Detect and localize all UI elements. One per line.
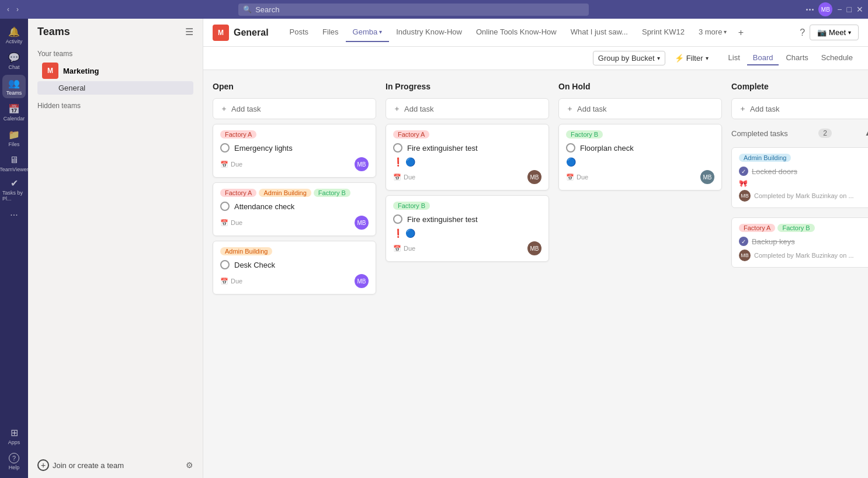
add-tab-button[interactable]: + bbox=[734, 26, 748, 40]
add-task-on-hold-button[interactable]: ＋ Add task bbox=[558, 98, 722, 119]
tab-more[interactable]: 3 more ▾ bbox=[692, 23, 734, 42]
sidebar-item-help[interactable]: ? Help bbox=[2, 450, 26, 473]
task-title: Floorplan check bbox=[580, 144, 634, 153]
tab-industry[interactable]: Industry Know-How bbox=[389, 23, 469, 42]
column-on-hold-header: On Hold bbox=[558, 79, 722, 93]
task-card-attendance-check[interactable]: Factory A Admin Building Factory B Atten… bbox=[213, 182, 376, 236]
back-button[interactable]: ‹ bbox=[5, 4, 12, 15]
meet-button[interactable]: 📷 Meet ▾ bbox=[810, 25, 859, 40]
add-task-label: Add task bbox=[404, 105, 434, 113]
task-tags: Admin Building bbox=[739, 154, 864, 162]
channel-general[interactable]: General bbox=[37, 81, 193, 95]
titlebar-nav: ‹ › bbox=[5, 4, 21, 15]
completed-section-header[interactable]: Completed tasks 2 ▲ bbox=[731, 124, 868, 143]
titlebar-left: ‹ › bbox=[5, 4, 21, 15]
completed-card-backup-keys[interactable]: Factory A Factory B ✓ Backup keys MB Com… bbox=[731, 217, 868, 268]
task-footer: 📅 Due MB bbox=[566, 170, 714, 184]
task-checkbox[interactable] bbox=[220, 260, 230, 269]
tag-factory-a: Factory A bbox=[220, 130, 256, 138]
sidebar-item-calendar[interactable]: 📅 Calendar bbox=[2, 101, 26, 124]
tab-files[interactable]: Files bbox=[315, 23, 345, 42]
sidebar-item-chat[interactable]: 💬 Chat bbox=[2, 49, 26, 72]
task-tags: Admin Building bbox=[220, 247, 369, 255]
due-label: Due bbox=[577, 174, 588, 181]
maximize-button[interactable]: □ bbox=[847, 5, 852, 14]
tasks-icon: ✔ bbox=[11, 178, 18, 189]
task-card-fire-ext-a[interactable]: Factory A Fire extinguisher test ❗ 🔵 📅 D… bbox=[386, 124, 549, 190]
group-by-button[interactable]: Group by Bucket ▾ bbox=[593, 51, 665, 65]
add-task-complete-button[interactable]: ＋ Add task bbox=[731, 98, 868, 119]
sidebar: Teams ☰ Your teams M Marketing ··· Gener… bbox=[28, 19, 203, 478]
task-avatar: MB bbox=[527, 170, 541, 184]
view-tab-charts[interactable]: Charts bbox=[780, 51, 814, 65]
apps-icon: ⊞ bbox=[11, 427, 18, 438]
your-teams-section: Your teams M Marketing ··· General bbox=[28, 45, 203, 97]
channel-name: General bbox=[234, 27, 269, 38]
sidebar-item-activity[interactable]: 🔔 Activity bbox=[2, 23, 26, 47]
task-tags: Factory A bbox=[220, 130, 369, 138]
task-title-row: Emergency lights bbox=[220, 143, 369, 153]
view-tab-list[interactable]: List bbox=[723, 51, 746, 65]
completed-card-locked-doors[interactable]: Admin Building ✓ Locked doors 🎀 MB Compl… bbox=[731, 147, 868, 208]
search-icon: 🔍 bbox=[243, 5, 252, 13]
task-checkbox[interactable] bbox=[393, 214, 402, 224]
tag-factory-a: Factory A bbox=[220, 189, 256, 197]
sidebar-item-tasks[interactable]: ✔ Tasks by Pl... bbox=[2, 178, 26, 201]
tab-online-tools[interactable]: Online Tools Know-How bbox=[469, 23, 564, 42]
sidebar-item-teams[interactable]: 👥 Teams bbox=[2, 75, 26, 98]
sidebar-item-files[interactable]: 📁 Files bbox=[2, 126, 26, 150]
tab-sprint[interactable]: Sprint KW12 bbox=[635, 23, 692, 42]
task-footer: 📅 Due MB bbox=[220, 274, 369, 288]
join-create-team-button[interactable]: + Join or create a team bbox=[37, 459, 124, 471]
task-checkbox[interactable] bbox=[220, 202, 230, 211]
apps-label: Apps bbox=[8, 439, 20, 445]
view-tab-board[interactable]: Board bbox=[747, 51, 779, 65]
app-body: 🔔 Activity 💬 Chat 👥 Teams 📅 Calendar 📁 F… bbox=[0, 19, 868, 478]
more-dropdown-icon: ▾ bbox=[724, 29, 727, 35]
tab-posts[interactable]: Posts bbox=[283, 23, 316, 42]
task-due: 📅 Due bbox=[393, 245, 415, 252]
team-marketing[interactable]: M Marketing ··· bbox=[37, 60, 193, 81]
hidden-teams-label[interactable]: Hidden teams bbox=[28, 97, 203, 112]
plus-icon: ＋ bbox=[739, 103, 747, 114]
task-card-fire-ext-b[interactable]: Factory B Fire extinguisher test ❗ 🔵 📅 D… bbox=[386, 195, 549, 262]
task-card-floorplan-check[interactable]: Factory B Floorplan check 🔵 📅 Due bbox=[558, 124, 722, 190]
water-icon: 🔵 bbox=[566, 157, 576, 167]
completed-by: MB Completed by Mark Buzinkay on ... bbox=[739, 250, 864, 261]
ribbon-icon: 🎀 bbox=[739, 179, 748, 188]
view-tab-schedule[interactable]: Schedule bbox=[815, 51, 859, 65]
sidebar-item-teamviewer[interactable]: 🖥 TeamViewer bbox=[2, 152, 26, 175]
add-task-label: Add task bbox=[577, 105, 607, 113]
task-card-desk-check[interactable]: Admin Building Desk Check 📅 Due MB bbox=[213, 241, 376, 295]
minimize-button[interactable]: − bbox=[837, 5, 842, 14]
task-checkbox[interactable] bbox=[220, 143, 230, 153]
sidebar-menu-button[interactable]: ☰ bbox=[185, 26, 193, 37]
search-bar[interactable]: 🔍 Search bbox=[238, 4, 589, 16]
filter-button[interactable]: ⚡ Filter ▾ bbox=[670, 51, 713, 65]
task-due: 📅 Due bbox=[220, 278, 242, 285]
completed-task-row: ✓ Locked doors bbox=[739, 167, 864, 176]
tab-gemba[interactable]: Gemba ▾ bbox=[346, 23, 390, 42]
task-title-row: Desk Check bbox=[220, 260, 369, 269]
sidebar-item-more[interactable]: ··· bbox=[2, 203, 26, 227]
camera-icon: 📷 bbox=[817, 28, 827, 37]
task-footer: 📅 Due MB bbox=[220, 157, 369, 171]
tab-what-i-saw[interactable]: What I just saw... bbox=[564, 23, 635, 42]
sidebar-item-apps[interactable]: ⊞ Apps bbox=[2, 424, 26, 448]
add-task-open-button[interactable]: ＋ Add task bbox=[213, 98, 376, 119]
close-button[interactable]: ✕ bbox=[856, 5, 863, 14]
settings-button[interactable]: ⚙ bbox=[186, 460, 193, 470]
titlebar: ‹ › 🔍 Search MB − □ ✕ bbox=[0, 0, 868, 19]
help-circle-button[interactable]: ? bbox=[800, 27, 805, 38]
task-checkbox[interactable] bbox=[393, 143, 402, 153]
sidebar-title: Teams bbox=[37, 26, 70, 38]
add-task-in-progress-button[interactable]: ＋ Add task bbox=[386, 98, 549, 119]
task-avatar: MB bbox=[355, 274, 369, 288]
task-title: Attendance check bbox=[234, 202, 294, 211]
task-card-emergency-lights[interactable]: Factory A Emergency lights 📅 Due MB bbox=[213, 124, 376, 178]
forward-button[interactable]: › bbox=[14, 4, 21, 15]
task-icons: ❗ 🔵 bbox=[393, 228, 541, 238]
user-avatar[interactable]: MB bbox=[818, 2, 832, 16]
due-label: Due bbox=[231, 161, 242, 168]
task-checkbox[interactable] bbox=[566, 143, 575, 153]
